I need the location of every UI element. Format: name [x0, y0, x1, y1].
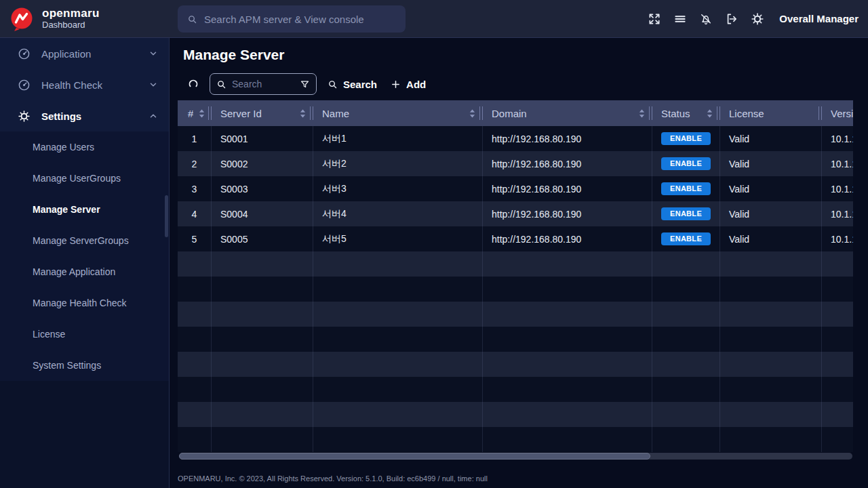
table-row[interactable]: 3 S0003 서버3 http://192.168.80.190 ENABLE…	[178, 176, 853, 201]
column-label: #	[178, 108, 193, 119]
server-table: # Server Id Name Domain	[178, 100, 853, 452]
sidebar-item-manage-usergroups[interactable]: Manage UserGroups	[0, 163, 169, 194]
empty-cell	[313, 327, 483, 352]
empty-cell	[483, 352, 652, 377]
empty-cell	[720, 377, 822, 402]
filter-search-box[interactable]	[210, 73, 317, 95]
empty-cell	[313, 402, 483, 427]
sort-icon[interactable]	[706, 108, 713, 119]
sidebar-item-health-check[interactable]: Health Check	[0, 69, 169, 100]
empty-cell	[652, 277, 720, 302]
empty-cell	[822, 402, 853, 427]
empty-cell	[822, 377, 853, 402]
logout-icon[interactable]	[725, 12, 738, 26]
cell-num: 4	[178, 201, 212, 226]
table-row[interactable]: 1 S0001 서버1 http://192.168.80.190 ENABLE…	[178, 126, 853, 151]
column-header-server-id[interactable]: Server Id	[212, 100, 313, 126]
sidebar-item-manage-health-check[interactable]: Manage Health Check	[0, 287, 169, 319]
empty-cell	[822, 277, 853, 302]
cell-num: 2	[178, 151, 212, 176]
column-header-license[interactable]: License	[720, 100, 822, 126]
column-header-version[interactable]: Version	[822, 100, 853, 126]
cell-server-id: S0001	[212, 126, 313, 151]
sort-icon[interactable]	[638, 108, 646, 119]
search-button-label: Search	[343, 79, 377, 90]
empty-cell	[822, 327, 853, 352]
empty-cell	[652, 302, 720, 327]
empty-cell	[212, 251, 313, 277]
notifications-off-icon[interactable]	[699, 12, 713, 26]
sidebar-item-settings[interactable]: Settings	[0, 100, 169, 131]
sort-icon[interactable]	[198, 108, 205, 119]
page-title: Manage Server	[183, 47, 284, 63]
menu-icon[interactable]	[673, 12, 687, 26]
global-search-input[interactable]	[204, 14, 396, 25]
cell-name: 서버3	[313, 176, 483, 201]
add-button[interactable]: Add	[391, 79, 426, 90]
brand-name: openmaru	[42, 7, 100, 20]
empty-cell	[652, 352, 720, 377]
empty-cell	[720, 302, 822, 327]
cell-domain: http://192.168.80.190	[483, 151, 652, 176]
column-header-num[interactable]: #	[178, 100, 212, 126]
cell-version: 10.1.1	[822, 226, 853, 251]
empty-cell	[483, 251, 652, 277]
empty-cell	[313, 377, 483, 402]
sidebar: Application Health Check Settings	[0, 38, 170, 488]
sidebar-item-license[interactable]: License	[0, 319, 169, 350]
empty-cell	[178, 402, 212, 427]
sidebar-item-manage-servergroups[interactable]: Manage ServerGroups	[0, 225, 169, 256]
cell-server-id: S0005	[212, 226, 313, 251]
sidebar-item-system-settings[interactable]: System Settings	[0, 350, 169, 381]
empty-table-row	[178, 402, 853, 427]
empty-table-row	[178, 352, 853, 377]
global-search[interactable]	[178, 5, 406, 33]
horizontal-scrollbar-thumb[interactable]	[179, 453, 650, 460]
empty-table-row	[178, 377, 853, 402]
current-user-label[interactable]: Overall Manager	[779, 13, 859, 24]
empty-cell	[483, 302, 652, 327]
sidebar-scrollbar-thumb[interactable]	[165, 195, 168, 237]
sort-icon[interactable]	[299, 108, 307, 119]
sidebar-item-manage-server[interactable]: Manage Server	[0, 194, 169, 225]
status-badge: ENABLE	[661, 182, 711, 195]
empty-table-row	[178, 427, 853, 452]
chevron-up-icon	[149, 111, 158, 121]
empty-cell	[178, 277, 212, 302]
filter-funnel-icon[interactable]	[300, 79, 310, 89]
empty-cell	[483, 402, 652, 427]
fullscreen-icon[interactable]	[648, 12, 661, 26]
empty-cell	[212, 402, 313, 427]
table-row[interactable]: 4 S0004 서버4 http://192.168.80.190 ENABLE…	[178, 201, 853, 226]
cell-name: 서버5	[313, 226, 483, 251]
empty-cell	[313, 427, 483, 452]
table-row[interactable]: 5 S0005 서버5 http://192.168.80.190 ENABLE…	[178, 226, 853, 251]
column-label: Version	[822, 108, 853, 119]
refresh-icon[interactable]	[187, 78, 199, 90]
settings-gear-icon[interactable]	[751, 12, 764, 26]
column-header-status[interactable]: Status	[652, 100, 720, 126]
sidebar-item-manage-application[interactable]: Manage Application	[0, 256, 169, 287]
sidebar-item-application[interactable]: Application	[0, 38, 169, 69]
filter-search-input[interactable]	[232, 79, 294, 89]
status-badge: ENABLE	[661, 207, 711, 220]
empty-cell	[178, 377, 212, 402]
sidebar-item-manage-users[interactable]: Manage Users	[0, 131, 169, 163]
horizontal-scrollbar[interactable]	[179, 453, 852, 460]
brand[interactable]: openmaru Dashboard	[0, 5, 170, 33]
top-bar: openmaru Dashboard	[0, 0, 868, 38]
cell-domain: http://192.168.80.190	[483, 126, 652, 151]
empty-table-row	[178, 251, 853, 277]
empty-cell	[483, 377, 652, 402]
cell-license: Valid	[720, 226, 822, 251]
empty-cell	[212, 427, 313, 452]
table-toolbar: Search Add	[187, 73, 426, 95]
cell-version: 10.1.1	[822, 126, 853, 151]
sidebar-item-label: Health Check	[41, 79, 138, 91]
column-header-name[interactable]: Name	[313, 100, 483, 126]
sort-icon[interactable]	[469, 108, 476, 119]
table-row[interactable]: 2 S0002 서버2 http://192.168.80.190 ENABLE…	[178, 151, 853, 176]
cell-name: 서버1	[313, 126, 483, 151]
search-button[interactable]: Search	[328, 79, 377, 90]
column-header-domain[interactable]: Domain	[483, 100, 652, 126]
